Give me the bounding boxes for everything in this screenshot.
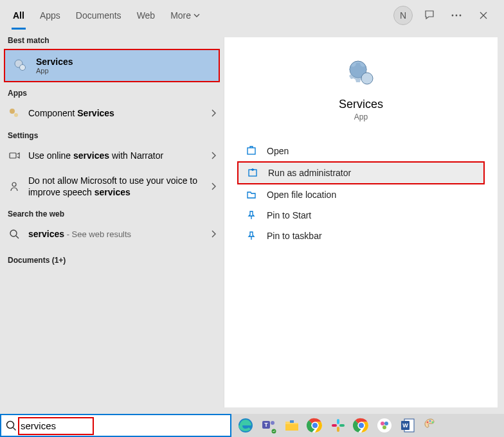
svg-rect-7 (10, 153, 16, 158)
services-icon (13, 58, 28, 73)
chevron-right-icon (211, 109, 216, 117)
speech-icon (8, 180, 21, 193)
web-result-services[interactable]: services - See web results (0, 221, 224, 247)
action-pin-to-start[interactable]: Pin to Start (237, 205, 485, 226)
svg-point-39 (427, 422, 429, 424)
taskbar-edge[interactable] (235, 415, 256, 436)
svg-point-6 (14, 113, 18, 117)
user-avatar[interactable]: N (393, 6, 413, 25)
svg-point-31 (359, 423, 364, 428)
feedback-icon (424, 10, 435, 21)
svg-point-1 (456, 15, 458, 17)
svg-text:W: W (402, 422, 408, 429)
pin-start-icon (245, 210, 258, 220)
tab-more[interactable]: More (163, 1, 208, 30)
svg-rect-28 (332, 424, 337, 427)
setting-narrator-services[interactable]: Use online services with Narrator (0, 143, 224, 168)
chevron-right-icon (211, 152, 216, 159)
best-match-subtitle: App (36, 67, 73, 75)
results-panel: Best match Services App Apps Component S… (0, 31, 224, 414)
svg-rect-25 (337, 419, 339, 424)
preview-hero: Services App (237, 57, 485, 121)
search-bar[interactable] (0, 414, 231, 437)
svg-point-35 (382, 425, 386, 429)
open-icon (245, 146, 258, 156)
svg-rect-21 (290, 420, 294, 423)
search-input[interactable] (21, 420, 226, 431)
taskbar-explorer[interactable] (282, 415, 302, 436)
svg-point-11 (361, 73, 373, 84)
taskbar-chrome[interactable] (305, 415, 325, 436)
close-button[interactable] (473, 5, 494, 26)
preview-panel: Services App Open Run as administrator (224, 37, 498, 407)
svg-text:T: T (264, 422, 268, 428)
ellipsis-icon (451, 14, 462, 17)
action-open-file-location[interactable]: Open file location (237, 184, 485, 205)
component-services-icon (8, 107, 21, 120)
documents-header[interactable]: Documents (1+) (0, 247, 224, 267)
action-open[interactable]: Open (237, 141, 485, 161)
svg-point-9 (10, 230, 17, 236)
svg-rect-20 (285, 424, 298, 431)
svg-rect-26 (339, 424, 345, 427)
preview-subtitle: App (237, 112, 485, 121)
svg-point-0 (452, 15, 454, 17)
tab-web[interactable]: Web (129, 1, 163, 30)
chevron-right-icon (211, 230, 216, 238)
search-web-header: Search the web (0, 204, 224, 221)
taskbar-slack[interactable] (328, 415, 348, 436)
apps-header: Apps (0, 84, 224, 100)
svg-point-14 (7, 422, 14, 429)
pin-taskbar-icon (245, 231, 258, 241)
more-options-button[interactable] (446, 5, 467, 26)
taskbar-chrome-2[interactable] (351, 415, 372, 436)
svg-point-34 (384, 422, 388, 425)
folder-icon (245, 190, 258, 200)
services-app-icon (345, 57, 377, 89)
tab-documents[interactable]: Documents (68, 1, 129, 30)
settings-header: Settings (0, 126, 224, 143)
search-window: All Apps Documents Web More N Best match (0, 0, 504, 414)
svg-point-18 (271, 421, 274, 425)
best-match-header: Best match (0, 31, 224, 48)
svg-point-24 (312, 423, 318, 428)
narrator-icon (8, 149, 21, 162)
svg-point-41 (432, 422, 434, 424)
taskbar-teams[interactable]: T (258, 415, 279, 436)
best-match-title: Services (36, 57, 73, 67)
best-match-result[interactable]: Services App (4, 49, 220, 82)
search-icon (8, 227, 21, 240)
svg-rect-12 (248, 148, 255, 154)
svg-rect-27 (337, 427, 339, 432)
tab-all[interactable]: All (5, 1, 32, 30)
feedback-button[interactable] (419, 5, 440, 26)
taskbar-word[interactable]: W (397, 415, 418, 436)
svg-point-8 (12, 183, 16, 186)
action-run-as-administrator[interactable]: Run as administrator (237, 161, 485, 184)
taskbar-app-pink[interactable] (374, 415, 395, 436)
preview-title: Services (237, 98, 485, 111)
svg-point-40 (429, 420, 431, 422)
svg-point-2 (460, 15, 462, 17)
tab-apps[interactable]: Apps (32, 1, 68, 30)
taskbar-paint[interactable] (420, 415, 441, 436)
search-icon (5, 420, 17, 431)
filter-tabs: All Apps Documents Web More N (0, 0, 504, 31)
svg-point-33 (381, 422, 384, 425)
setting-speech-services[interactable]: Do not allow Microsoft to use your voice… (0, 168, 224, 204)
action-pin-to-taskbar[interactable]: Pin to taskbar (237, 226, 485, 246)
app-result-component-services[interactable]: Component Services (0, 100, 224, 126)
svg-point-4 (20, 65, 26, 71)
svg-point-5 (10, 109, 15, 114)
taskbar: T W (231, 414, 504, 437)
chevron-right-icon (211, 183, 216, 190)
close-icon (479, 11, 488, 20)
admin-icon (246, 168, 259, 178)
chevron-down-icon (194, 13, 200, 17)
